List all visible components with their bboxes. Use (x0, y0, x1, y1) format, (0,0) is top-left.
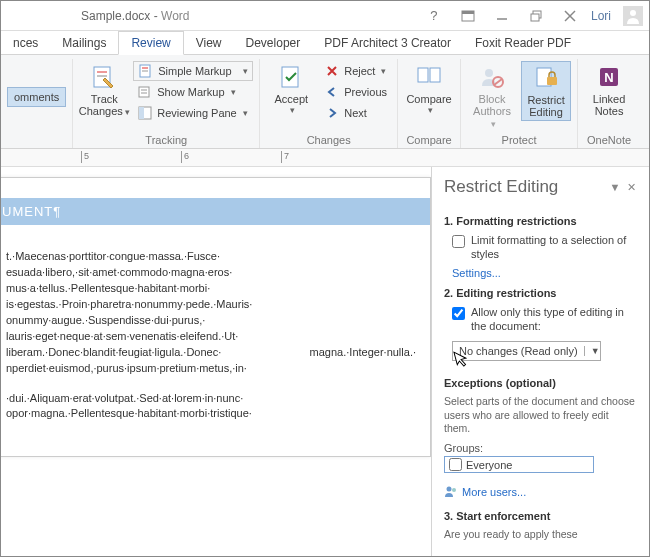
restore-icon[interactable] (523, 5, 549, 27)
ruler[interactable]: 5 6 7 (1, 149, 649, 167)
compare-icon (415, 63, 443, 91)
show-markup-button[interactable]: Show Markup▾ (133, 82, 253, 102)
svg-rect-20 (418, 68, 428, 82)
user-name[interactable]: Lori (591, 9, 611, 23)
svg-point-29 (447, 486, 452, 491)
reviewing-pane-icon (137, 105, 153, 121)
app-name: Word (161, 9, 189, 23)
minimize-icon[interactable] (489, 5, 515, 27)
svg-rect-1 (462, 11, 474, 14)
group-label-changes: Changes (266, 133, 391, 146)
editing-type-dropdown[interactable]: No changes (Read only) ▼ (452, 341, 601, 361)
svg-rect-14 (139, 87, 149, 97)
exceptions-desc: Select parts of the document and choose … (444, 393, 637, 440)
titlebar: Sample.docx - Word ? Lori (1, 1, 649, 31)
editing-type-value: No changes (Read only) (453, 345, 584, 357)
groups-label: Groups: (444, 442, 637, 454)
next-button[interactable]: Next (320, 103, 391, 123)
pane-close-icon[interactable]: ✕ (623, 181, 639, 194)
everyone-label: Everyone (466, 459, 512, 471)
svg-rect-4 (531, 14, 539, 21)
everyone-checkbox[interactable] (449, 458, 462, 471)
previous-icon (324, 84, 340, 100)
accept-button[interactable]: Accept▾ (266, 61, 316, 117)
onenote-icon: N (595, 63, 623, 91)
section-enforcement-heading: 3. Start enforcement (444, 510, 637, 522)
tab-developer[interactable]: Developer (234, 32, 313, 54)
help-icon[interactable]: ? (421, 5, 447, 27)
document-canvas[interactable]: UMENT¶ t.·Maecenas·porttitor·congue·mass… (1, 167, 431, 556)
enforcement-question: Are you ready to apply these (444, 526, 637, 546)
markup-dropdown[interactable]: Simple Markup▾ (133, 61, 253, 81)
doc-paragraph: ·dui.·Aliquam·erat·volutpat.·Sed·at·lore… (6, 391, 416, 423)
doc-body[interactable]: t.·Maecenas·porttitor·congue·massa.·Fusc… (6, 249, 416, 422)
svg-rect-19 (282, 67, 298, 87)
doc-heading: UMENT¶ (1, 198, 430, 225)
previous-button[interactable]: Previous (320, 82, 391, 102)
group-changes: Accept▾ Reject▾ Previous Next Changes (260, 59, 398, 148)
document-page: UMENT¶ t.·Maecenas·porttitor·congue·mass… (1, 177, 431, 457)
groups-listbox[interactable]: Everyone (444, 456, 594, 473)
limit-formatting-label: Limit formatting to a selection of style… (471, 233, 637, 262)
accept-icon (277, 63, 305, 91)
svg-rect-18 (139, 107, 144, 119)
compare-button[interactable]: Compare▾ (404, 61, 454, 117)
users-icon (444, 485, 458, 497)
section-formatting-heading: 1. Formatting restrictions (444, 215, 637, 227)
allow-editing-label: Allow only this type of editing in the d… (471, 305, 637, 334)
block-authors-icon (478, 63, 506, 91)
track-changes-icon (90, 63, 118, 91)
group-label-compare: Compare (404, 133, 454, 146)
limit-formatting-checkbox[interactable] (452, 235, 465, 248)
close-icon[interactable] (557, 5, 583, 27)
svg-rect-21 (430, 68, 440, 82)
svg-point-30 (452, 488, 456, 492)
tab-pdf-architect[interactable]: PDF Architect 3 Creator (312, 32, 463, 54)
reject-icon (324, 63, 340, 79)
track-changes-label: TrackChanges▾ (79, 93, 130, 118)
window-title: Sample.docx - Word (51, 9, 421, 23)
group-compare: Compare▾ Compare (398, 59, 461, 148)
tab-references[interactable]: nces (1, 32, 50, 54)
block-authors-button[interactable]: BlockAuthors ▾ (467, 61, 517, 132)
svg-point-7 (630, 10, 636, 16)
ruler-tick: 5 (81, 151, 89, 163)
restrict-editing-pane: Restrict Editing ▼ ✕ 1. Formatting restr… (431, 167, 649, 556)
group-onenote: N LinkedNotes OneNote (578, 59, 640, 148)
settings-link[interactable]: Settings... (444, 267, 501, 279)
allow-editing-checkbox[interactable] (452, 307, 465, 320)
track-changes-button[interactable]: TrackChanges▾ (79, 61, 129, 120)
more-users-link[interactable]: More users... (462, 486, 526, 498)
comments-button[interactable]: omments (7, 87, 66, 107)
ruler-tick: 7 (281, 151, 289, 163)
group-item-everyone[interactable]: Everyone (447, 458, 591, 471)
ribbon-display-icon[interactable] (455, 5, 481, 27)
section-exceptions-heading: Exceptions (optional) (444, 377, 637, 389)
tab-review[interactable]: Review (118, 31, 183, 55)
tab-mailings[interactable]: Mailings (50, 32, 118, 54)
group-comments: omments (1, 59, 73, 148)
svg-line-24 (494, 79, 502, 85)
group-protect: BlockAuthors ▾ RestrictEditing Protect (461, 59, 578, 148)
tab-foxit[interactable]: Foxit Reader PDF (463, 32, 583, 54)
next-icon (324, 105, 340, 121)
reject-button[interactable]: Reject▾ (320, 61, 391, 81)
pane-title: Restrict Editing (444, 177, 607, 197)
chevron-down-icon[interactable]: ▼ (584, 346, 600, 356)
restrict-editing-icon (532, 64, 560, 92)
group-label-tracking: Tracking (79, 133, 253, 146)
svg-point-22 (485, 69, 493, 77)
user-avatar-icon[interactable] (623, 6, 643, 26)
reviewing-pane-button[interactable]: Reviewing Pane▾ (133, 103, 253, 123)
pane-options-icon[interactable]: ▼ (607, 181, 623, 193)
group-label-onenote: OneNote (584, 133, 634, 146)
svg-rect-26 (547, 77, 557, 85)
doc-paragraph: t.·Maecenas·porttitor·congue·massa.·Fusc… (6, 249, 416, 377)
pane-header: Restrict Editing ▼ ✕ (432, 167, 649, 203)
tab-view[interactable]: View (184, 32, 234, 54)
ribbon-tabs: nces Mailings Review View Developer PDF … (1, 31, 649, 55)
linked-notes-button[interactable]: N LinkedNotes (584, 61, 634, 119)
restrict-editing-button[interactable]: RestrictEditing (521, 61, 571, 121)
ribbon: omments TrackChanges▾ Simple Markup▾ Sho… (1, 55, 649, 149)
markup-icon (138, 63, 154, 79)
